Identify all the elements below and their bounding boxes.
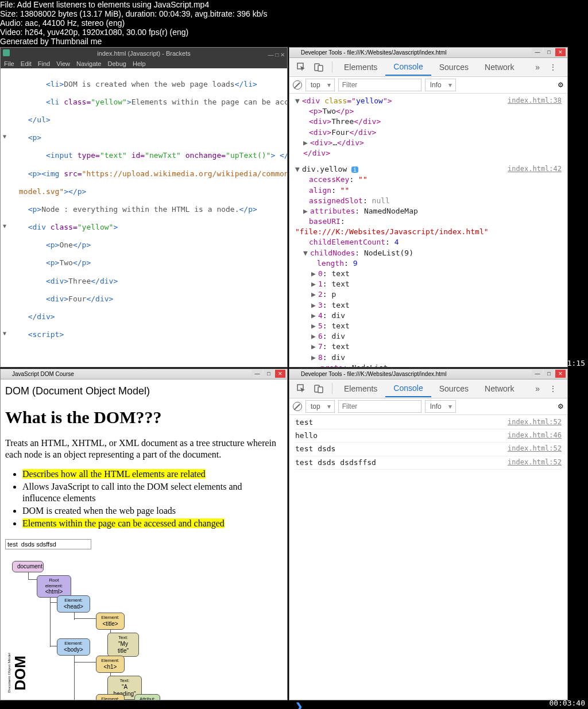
code-editor[interactable]: <li>DOM is created when the web page loa… — [1, 68, 287, 366]
context-selector[interactable]: top — [305, 79, 335, 91]
menu-icon[interactable]: ⋮ — [546, 381, 560, 396]
dom-node-body: Element:<body> — [57, 638, 90, 656]
window-controls[interactable]: — □ ✕ — [252, 369, 286, 378]
maximize-button[interactable]: □ — [544, 48, 554, 56]
brackets-logo-icon — [3, 49, 10, 56]
info-icon[interactable]: i — [351, 166, 358, 173]
tab-console[interactable]: Console — [385, 59, 431, 76]
menu-help[interactable]: Help — [133, 60, 146, 67]
window-controls[interactable]: — □ ✕ — [532, 369, 566, 378]
filter-input[interactable] — [338, 400, 421, 413]
fold-arrow-icon[interactable]: ▼ — [3, 330, 6, 337]
devtools-titlebar[interactable]: Developer Tools - file:///K:/Websites/Ja… — [289, 369, 567, 379]
minimize-button[interactable]: — — [532, 48, 543, 56]
console-output[interactable]: index.html:38▼<div class="yellow"> <p>Tw… — [289, 94, 567, 367]
tab-sources[interactable]: Sources — [431, 59, 477, 75]
devtools-titlebar[interactable]: Developer Tools - file:///K:/Websites/Ja… — [289, 48, 567, 58]
brackets-menubar[interactable]: File Edit Find View Navigate Debug Help — [1, 59, 287, 68]
source-link[interactable]: index.html:52 — [508, 458, 562, 467]
tab-elements[interactable]: Elements — [336, 59, 385, 75]
dom-node-document: document — [12, 561, 44, 572]
timestamp-2: 00:03:40 — [549, 699, 585, 707]
dom-node-head: Element:<head> — [57, 595, 90, 613]
log-level-selector[interactable]: Info — [425, 79, 456, 91]
devtools-window-1: Developer Tools - file:///K:/Websites/Ja… — [289, 47, 568, 367]
source-link[interactable]: index.html:38 — [508, 96, 562, 106]
dom-node-text: Text:"My title" — [107, 633, 139, 657]
brackets-window: index.html (Javascript) - Brackets — □ ✕… — [0, 47, 288, 367]
console-output[interactable]: index.html:52test index.html:46hello ind… — [289, 415, 567, 700]
dom-node-attr: Attribut:href — [134, 694, 160, 700]
menu-debug[interactable]: Debug — [108, 60, 126, 67]
dom-node-h1: Element:<h1> — [96, 656, 125, 673]
source-link[interactable]: index.html:52 — [508, 444, 562, 454]
browser-window: JavaScript DOM Course — □ ✕ DOM (Documen… — [0, 369, 288, 700]
window-controls[interactable]: — □ ✕ — [268, 49, 285, 61]
filter-input[interactable] — [338, 79, 421, 91]
devtools-window-2: Developer Tools - file:///K:/Websites/Ja… — [289, 369, 568, 700]
more-tabs-icon[interactable]: » — [535, 384, 540, 393]
source-link[interactable]: index.html:46 — [508, 431, 562, 440]
menu-icon[interactable]: ⋮ — [546, 60, 560, 75]
more-tabs-icon[interactable]: » — [535, 63, 540, 72]
devtools-tabs: Elements Console Sources Network » ⋮ — [289, 58, 567, 77]
console-toolbar: top Info ⚙ — [289, 77, 567, 94]
close-button[interactable]: ✕ — [555, 48, 566, 56]
minimize-button[interactable]: — — [252, 370, 262, 378]
page-subheading: DOM (Document Object Model) — [5, 385, 283, 397]
close-button[interactable]: ✕ — [555, 370, 566, 378]
page-paragraph: Treats an HTML, XHTML, or XML document a… — [5, 437, 283, 460]
menu-view[interactable]: View — [56, 60, 70, 67]
window-controls[interactable]: — □ ✕ — [532, 48, 566, 57]
maximize-button[interactable]: □ — [264, 370, 274, 378]
list-item: Describes how all the HTML elements are … — [22, 468, 283, 480]
browser-titlebar[interactable]: JavaScript DOM Course — □ ✕ — [1, 369, 287, 379]
brackets-titlebar[interactable]: index.html (Javascript) - Brackets — □ ✕ — [1, 48, 287, 59]
fold-arrow-icon[interactable]: ▼ — [3, 133, 6, 140]
source-link[interactable]: index.html:42 — [508, 164, 562, 174]
feature-list: Describes how all the HTML elements are … — [5, 468, 283, 529]
list-item: Allows JavaScript to call into the DOM s… — [22, 481, 283, 504]
maximize-button[interactable]: □ — [544, 370, 554, 378]
tab-sources[interactable]: Sources — [431, 381, 477, 397]
context-selector[interactable]: top — [305, 400, 335, 413]
video-meta-overlay: File: Add Event listeners to elements us… — [0, 0, 267, 46]
device-icon[interactable] — [311, 381, 326, 396]
page-content: DOM (Document Object Model) What is the … — [1, 379, 287, 700]
dom-label: Document Object ModelDOM — [11, 636, 25, 700]
menu-navigate[interactable]: Navigate — [76, 60, 101, 67]
devtools-tabs: Elements Console Sources Network » ⋮ — [289, 379, 567, 398]
dom-node-a: Element:<a> — [96, 694, 125, 700]
minimize-button[interactable]: — — [532, 370, 543, 378]
text-input[interactable] — [5, 539, 91, 549]
tab-network[interactable]: Network — [477, 381, 522, 397]
clear-console-icon[interactable] — [293, 402, 302, 411]
svg-rect-5 — [318, 387, 323, 393]
inspect-icon[interactable] — [294, 60, 309, 75]
tab-network[interactable]: Network — [477, 59, 522, 75]
source-link[interactable]: index.html:52 — [508, 417, 562, 427]
fold-arrow-icon[interactable]: ▼ — [3, 223, 6, 230]
timestamp-1: 00:01:15 — [549, 359, 585, 367]
dom-tree-diagram: Document Object ModelDOM document Root e… — [5, 561, 283, 700]
menu-find[interactable]: Find — [38, 60, 50, 67]
list-item: Elements within the page can be accessed… — [22, 518, 283, 529]
settings-icon[interactable]: ⚙ — [558, 81, 564, 89]
device-icon[interactable] — [311, 60, 326, 75]
inspect-icon[interactable] — [294, 381, 309, 396]
svg-rect-2 — [318, 65, 323, 71]
log-level-selector[interactable]: Info — [425, 400, 456, 413]
console-prompt[interactable]: ❯ — [289, 700, 567, 709]
tab-elements[interactable]: Elements — [336, 381, 385, 397]
clear-console-icon[interactable] — [293, 80, 302, 90]
page-heading: What is the DOM??? — [5, 408, 283, 427]
menu-edit[interactable]: Edit — [21, 60, 32, 67]
tab-console[interactable]: Console — [385, 380, 431, 397]
list-item: DOM is created when the web page loads — [22, 505, 283, 517]
console-toolbar: top Info ⚙ — [289, 398, 567, 415]
close-button[interactable]: ✕ — [275, 370, 285, 378]
menu-file[interactable]: File — [4, 60, 14, 67]
settings-icon[interactable]: ⚙ — [558, 402, 564, 410]
dom-node-title: Element:<title> — [96, 613, 125, 630]
dom-node-html: Root element:<html> — [37, 575, 71, 598]
